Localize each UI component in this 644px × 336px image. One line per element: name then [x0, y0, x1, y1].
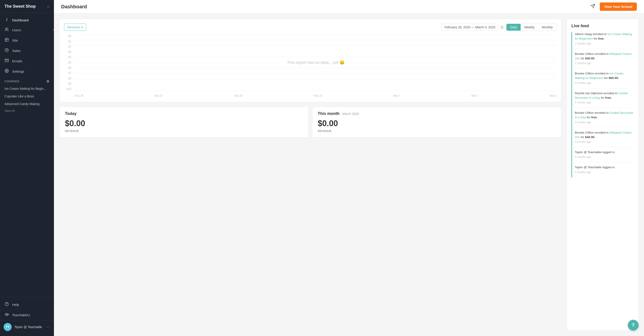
sidebar-item-sales[interactable]: Sales	[0, 46, 54, 56]
feed-item-5: Brooke Clifton enrolled in Whipped Cream…	[572, 128, 634, 147]
period-btn-weekly[interactable]: Weekly	[521, 24, 538, 31]
view-all-courses[interactable]: View All	[0, 108, 54, 115]
stat-today-label: Today	[65, 111, 76, 116]
course-item-3[interactable]: Advanced Candy Making	[0, 100, 54, 108]
period-buttons: Daily Weekly Monthly	[506, 24, 556, 31]
sidebar-item-site[interactable]: Site	[0, 35, 54, 46]
feed-time-1: 2 months ago	[575, 62, 634, 65]
y-label-3: $3	[64, 50, 73, 54]
feed-item-1: Brooke Clifton enrolled in Whipped Cream…	[572, 49, 634, 69]
feed-time-3: 3 months ago	[575, 101, 634, 104]
feed-item-2: Brooke Clifton enrolled in Ice Cream Mak…	[572, 68, 634, 88]
feed-text: Brooke Clifton enrolled in Whipped Cream…	[575, 130, 634, 140]
school-name: The Sweet Shop	[4, 4, 36, 9]
topbar-right: View Your School	[590, 3, 637, 11]
x-label-feb27: Feb 27	[154, 94, 163, 97]
feed-item-4: Brooke Clifton enrolled in Cookie Decora…	[572, 108, 634, 128]
chart-x-labels: Feb 26 Feb 27 Feb 28 Feb 29 Mar 1 Mar 2 …	[75, 94, 556, 97]
content-area: Revenue ▾ February 26, 2020 — March 4, 2…	[54, 14, 644, 336]
topbar: Dashboard View Your School	[54, 0, 644, 14]
filter-icon[interactable]: ☰	[500, 25, 504, 30]
x-label-feb29: Feb 29	[314, 94, 322, 97]
period-btn-monthly[interactable]: Monthly	[538, 24, 556, 31]
course-item-2[interactable]: Cupcake Like a Boss	[0, 92, 54, 100]
svg-point-0	[6, 28, 7, 29]
sidebar-item-label: TeachableU	[12, 313, 30, 317]
feed-text: Allison Haag enrolled in Ice Cream Makin…	[575, 32, 634, 41]
sidebar-item-label: Users	[12, 28, 21, 32]
help-button[interactable]: ?	[628, 320, 638, 330]
feed-text: Brooke Clifton enrolled in Cookie Decora…	[575, 111, 634, 120]
sidebar-item-label: Help	[12, 303, 19, 306]
users-icon	[4, 28, 9, 32]
stat-this-month: This month March 2020 $0.00 REVENUE	[312, 107, 561, 137]
stat-month-revenue-label: REVENUE	[318, 130, 556, 133]
chart-controls: Revenue ▾ February 26, 2020 — March 4, 2…	[64, 24, 556, 31]
layout-icon	[4, 38, 9, 43]
date-range: February 26, 2020 — March 4, 2020 ☰	[441, 24, 504, 31]
sidebar-item-label: Site	[12, 39, 18, 42]
stats-grid: Today $0.00 REVENUE This month March 202…	[59, 107, 561, 137]
megaphone-icon[interactable]	[590, 4, 595, 10]
stat-today-revenue-label: REVENUE	[65, 130, 303, 133]
gear-icon	[4, 69, 9, 74]
ellipsis-icon[interactable]: ⋯	[47, 325, 50, 329]
sidebar-item-teachableu[interactable]: TeachableU	[0, 310, 54, 320]
feed-text: Brooke Clifton enrolled in Ice Cream Mak…	[575, 71, 634, 81]
y-label-10: $10	[64, 88, 73, 91]
sidebar-bottom: Help TeachableU TT Taylor @ Teachable ⋯	[0, 297, 54, 336]
y-label-0: $0	[64, 35, 73, 38]
date-range-text: February 26, 2020 — March 4, 2020	[445, 26, 496, 29]
sidebar-header: The Sweet Shop ⌕	[0, 0, 54, 13]
feed-text: Brooke Clifton enrolled in Whipped Cream…	[575, 52, 634, 61]
courses-header: COURSES ⊕	[0, 77, 54, 85]
live-feed: Live feed Allison Haag enrolled in Ice C…	[567, 19, 638, 330]
feed-item-3: Rachèl van Dijkhorst enrolled in Cookie …	[572, 88, 634, 108]
courses-section: COURSES ⊕ Ice Cream Making for Begin... …	[0, 77, 54, 115]
sidebar-item-label: Emails	[12, 59, 22, 63]
stat-month-sub: March 2020	[342, 112, 359, 116]
stat-today-period: Today	[65, 111, 303, 116]
sidebar-item-settings[interactable]: Settings	[0, 66, 54, 77]
sidebar-user: TT Taylor @ Teachable ⋯	[0, 320, 54, 334]
y-label-2: $2	[64, 45, 73, 48]
sidebar-item-help[interactable]: Help	[0, 299, 54, 310]
sidebar-item-dashboard[interactable]: ⤴ Dashboard	[0, 15, 54, 25]
sidebar-item-users[interactable]: Users	[0, 25, 54, 35]
x-label-feb26: Feb 26	[75, 94, 83, 97]
sidebar-nav: ⤴ Dashboard Users	[0, 13, 54, 297]
course-item-1[interactable]: Ice Cream Making for Begin...	[0, 85, 54, 92]
stat-today-amount: $0.00	[65, 119, 303, 128]
y-label-1: $1	[64, 40, 73, 43]
y-label-4: $4	[64, 56, 73, 59]
search-icon[interactable]: ⌕	[47, 5, 50, 9]
sidebar-item-emails[interactable]: Emails	[0, 56, 54, 66]
view-school-button[interactable]: View Your School	[600, 3, 637, 11]
chart-area: $10 $9 $8 $7 $6 $5 $4 $3 $2 $1 $0	[64, 35, 556, 97]
plus-circle-icon[interactable]: ⊕	[46, 79, 50, 84]
mail-icon	[4, 59, 9, 63]
stat-month-amount: $0.00	[318, 119, 556, 128]
svg-point-9	[6, 70, 8, 72]
sidebar-item-label: Sales	[12, 49, 21, 53]
feed-item-6: Taylor @ Teachable logged in.4 months ag…	[572, 147, 634, 162]
revenue-dropdown-label: Revenue	[68, 26, 80, 29]
feed-time-7: 4 months ago	[575, 171, 634, 174]
feed-time-4: 3 months ago	[575, 121, 634, 124]
feed-time-2: 3 months ago	[575, 81, 634, 85]
feed-time-5: 3 months ago	[575, 140, 634, 144]
revenue-dropdown[interactable]: Revenue ▾	[64, 24, 86, 31]
y-label-5: $5	[64, 61, 73, 64]
x-label-mar4: Mar 4	[550, 94, 556, 97]
period-btn-daily[interactable]: Daily	[506, 24, 521, 31]
chevron-down-icon: ▾	[81, 26, 83, 29]
dashboard-main: Revenue ▾ February 26, 2020 — March 4, 2…	[59, 19, 561, 330]
live-feed-title: Live feed	[572, 24, 634, 28]
stat-month-period: This month March 2020	[318, 111, 556, 116]
feed-item-0: Allison Haag enrolled in Ice Cream Makin…	[572, 32, 634, 49]
stat-month-label: This month	[318, 111, 340, 116]
date-range-input[interactable]: February 26, 2020 — March 4, 2020	[441, 24, 499, 31]
dollar-icon	[4, 48, 9, 53]
no-data-text: This report has no data... yet 😞	[287, 60, 344, 65]
stat-today: Today $0.00 REVENUE	[59, 107, 308, 137]
